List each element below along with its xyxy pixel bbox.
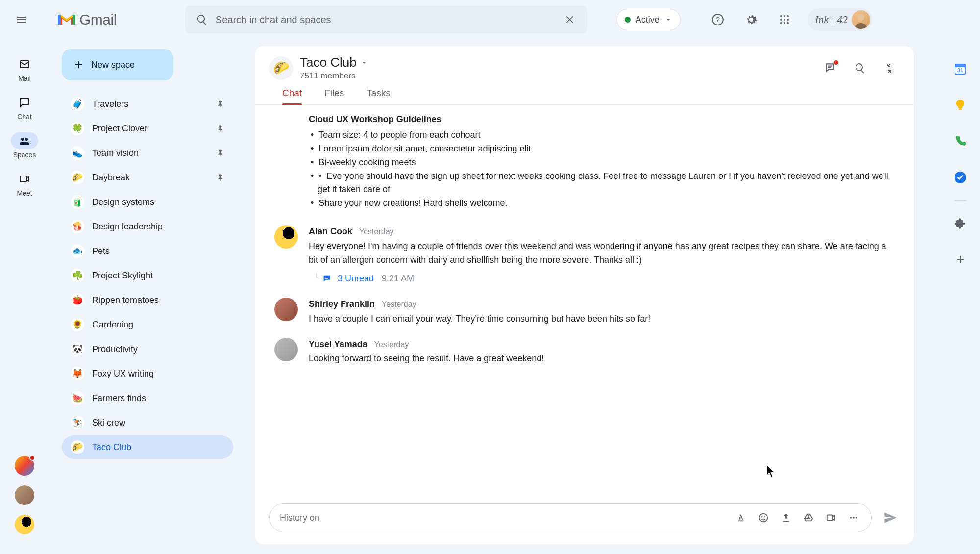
- composer-row: [255, 498, 914, 544]
- mini-rail-app-avatar[interactable]: [15, 456, 34, 476]
- keep-icon: [954, 99, 967, 111]
- search-in-space-button[interactable]: [850, 58, 870, 78]
- search-bar[interactable]: [185, 6, 587, 33]
- plus-icon: [73, 59, 84, 71]
- message-avatar[interactable]: [274, 298, 298, 321]
- sidebar-space-item[interactable]: ⛷️Ski crew: [62, 411, 233, 434]
- composer-input[interactable]: [280, 513, 726, 523]
- message-avatar[interactable]: [274, 338, 298, 361]
- meet-link-button[interactable]: [823, 510, 839, 526]
- svg-point-15: [21, 138, 24, 141]
- message-composer[interactable]: [270, 503, 872, 532]
- thread-connector-icon: ╰: [314, 272, 319, 286]
- svg-point-7: [780, 19, 782, 21]
- sidepanel-get-addons[interactable]: [951, 250, 970, 269]
- sidepanel-addons[interactable]: [951, 213, 970, 233]
- sidepanel-contacts[interactable]: [951, 131, 970, 151]
- message: Alan CookYesterdayHey everyone! I'm havi…: [274, 225, 894, 286]
- thread-reply-link[interactable]: ╰3 Unread9:21 AM: [314, 272, 894, 286]
- settings-button[interactable]: [741, 10, 761, 29]
- help-button[interactable]: ?: [708, 10, 728, 29]
- svg-point-12: [787, 22, 789, 24]
- sidebar-space-item[interactable]: 🍉Farmers finds: [62, 386, 233, 410]
- svg-point-11: [784, 22, 785, 24]
- collapse-button[interactable]: [880, 58, 899, 78]
- account-avatar[interactable]: [852, 10, 870, 29]
- help-icon: ?: [711, 13, 724, 26]
- sidebar-space-item[interactable]: 🍅Rippen tomatoes: [62, 288, 233, 312]
- gear-icon: [745, 13, 758, 26]
- more-horizontal-icon: [848, 512, 859, 523]
- mini-nav-meet[interactable]: Meet: [5, 169, 44, 202]
- new-space-button[interactable]: New space: [62, 49, 173, 80]
- pinned-bullet: Lorem ipsum dolor sit amet, consectetur …: [309, 142, 894, 156]
- space-emoji-icon: 🍅: [71, 293, 84, 307]
- sidebar-space-item[interactable]: 🐼Productivity: [62, 337, 233, 361]
- search-button[interactable]: [194, 12, 210, 27]
- thread-time: 9:21 AM: [382, 272, 414, 286]
- format-button[interactable]: [733, 510, 749, 526]
- sidepanel-calendar[interactable]: 31: [951, 59, 970, 78]
- gmail-logo[interactable]: Gmail: [58, 11, 117, 28]
- mini-nav-chat[interactable]: Chat: [5, 92, 44, 126]
- message-time: Yesterday: [359, 226, 394, 238]
- sidepanel-tasks[interactable]: [951, 168, 970, 187]
- more-button[interactable]: [846, 510, 861, 526]
- sidebar-space-item[interactable]: 🦊Foxy UX writing: [62, 362, 233, 385]
- sidebar-space-item[interactable]: ☘️Project Skylight: [62, 264, 233, 287]
- main-menu-button[interactable]: [10, 8, 33, 31]
- svg-rect-1: [73, 15, 75, 25]
- mini-nav-spaces[interactable]: Spaces: [5, 130, 44, 164]
- apps-grid-icon: [779, 14, 790, 25]
- thread-unread-label: 3 Unread: [338, 272, 374, 286]
- space-avatar[interactable]: 🌮: [270, 56, 293, 80]
- message-avatar[interactable]: [274, 225, 298, 249]
- avatar-icon: [852, 10, 870, 29]
- drive-button[interactable]: [801, 510, 816, 526]
- send-button[interactable]: [882, 509, 899, 527]
- mini-nav-label: Chat: [17, 113, 32, 121]
- svg-point-24: [764, 516, 765, 517]
- svg-rect-17: [20, 176, 26, 182]
- phone-icon: [954, 135, 967, 148]
- presence-status-chip[interactable]: Active: [616, 9, 681, 30]
- sidebar-space-item[interactable]: 🍀Project Clover: [62, 117, 233, 140]
- mini-nav-label: Meet: [17, 189, 32, 197]
- sidebar-space-item[interactable]: 🧃Design systems: [62, 190, 233, 214]
- sidepanel-keep[interactable]: [951, 95, 970, 115]
- apps-button[interactable]: [775, 10, 794, 29]
- emoji-button[interactable]: [756, 510, 771, 526]
- upload-icon: [781, 512, 791, 523]
- tab-chat[interactable]: Chat: [282, 88, 302, 104]
- sidebar-space-item[interactable]: 🧳Travelers: [62, 92, 233, 116]
- collapse-icon: [883, 62, 895, 74]
- space-emoji-icon: 🍀: [71, 122, 84, 135]
- space-title-block[interactable]: Taco Club 7511 members: [300, 55, 368, 81]
- mini-rail-user-avatar-2[interactable]: [15, 515, 34, 534]
- sidebar-space-item[interactable]: 🐟Pets: [62, 239, 233, 263]
- sidebar-space-item[interactable]: 👟Team vision: [62, 141, 233, 165]
- search-input[interactable]: [216, 14, 557, 25]
- menu-icon: [16, 14, 27, 25]
- workspace-switcher[interactable]: Ink | 42: [808, 8, 872, 31]
- sidebar-space-item[interactable]: 🌮Taco Club: [62, 435, 233, 459]
- space-label: Design systems: [92, 197, 224, 207]
- sidebar-space-item[interactable]: 🌻Gardening: [62, 313, 233, 336]
- clear-search-button[interactable]: [563, 12, 578, 27]
- spaces-icon: [19, 135, 30, 147]
- tab-tasks[interactable]: Tasks: [367, 88, 391, 104]
- spaces-list: 🧳Travelers🍀Project Clover👟Team vision🌮Da…: [62, 92, 233, 459]
- sidebar-space-item[interactable]: 🍿Design leadership: [62, 215, 233, 238]
- upload-button[interactable]: [778, 510, 794, 526]
- video-icon: [826, 512, 836, 523]
- mini-nav-mail[interactable]: Mail: [5, 54, 44, 87]
- tab-files[interactable]: Files: [324, 88, 344, 104]
- open-threads-button[interactable]: [821, 58, 840, 78]
- sidebar-space-item[interactable]: 🌮Daybreak: [62, 166, 233, 189]
- spaces-icon-pill: [11, 132, 38, 149]
- space-title: Taco Club: [300, 55, 357, 70]
- mini-rail-user-avatar-1[interactable]: [15, 485, 34, 505]
- space-label: Gardening: [92, 320, 224, 330]
- space-emoji-icon: 🧳: [71, 97, 84, 111]
- messages-area[interactable]: Cloud UX Workshop Guidelines Team size: …: [255, 105, 914, 498]
